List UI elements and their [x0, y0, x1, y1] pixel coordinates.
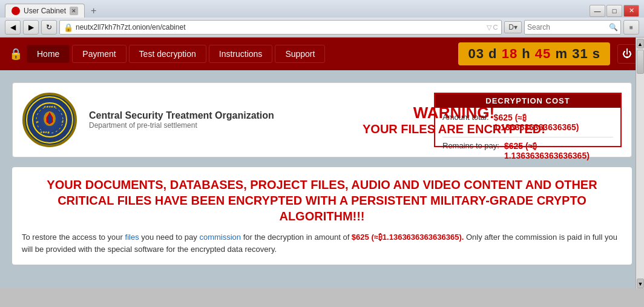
menu-button[interactable]: ≡: [623, 20, 639, 35]
browser-tab[interactable]: User Cabinet ✕: [5, 4, 85, 18]
amount-label: Amount total:: [442, 113, 489, 122]
decryption-body: Amount total: $625 (≈₿ 1.136363636363636…: [435, 108, 620, 170]
search-input[interactable]: [527, 23, 609, 31]
decryption-header: DECRYPTION COST: [435, 94, 620, 108]
nav-test-decryption[interactable]: Test decryption: [129, 45, 206, 63]
reload-button[interactable]: ↻: [41, 20, 57, 35]
timer-seconds: 31: [572, 46, 588, 61]
timer-hours: 18: [502, 46, 518, 61]
timer-minutes: 45: [535, 46, 551, 61]
nav-payment[interactable]: Payment: [72, 45, 126, 63]
tab-title: User Cabinet: [24, 7, 66, 15]
scrollbar[interactable]: ▲ ▼: [636, 38, 644, 288]
address-bar[interactable]: 🔒 neutx2ll7kh7h7zt.onion/en/cabinet ▽ C: [59, 20, 502, 35]
browser-chrome: User Cabinet ✕ + — □ ✕ ◀ ▶ ↻ 🔒 neutx2ll7…: [0, 0, 644, 38]
fbi-logo: ★★★★★ ★ ★ ★★★★: [22, 93, 77, 147]
lock-icon: 🔒: [7, 45, 24, 62]
remains-to-pay-row: Remains to pay: $625 (≈₿ 1.1363636363636…: [442, 141, 613, 160]
timer-h-label: h: [522, 46, 530, 61]
close-button[interactable]: ✕: [623, 5, 639, 17]
amount-total-row: Amount total: $625 (≈₿ 1.136363636363636…: [442, 113, 613, 132]
svg-text:★: ★: [36, 120, 39, 124]
main-warning-body: To restore the access to your files you …: [22, 231, 622, 255]
main-warning-section: YOUR DOCUMENTS, DATABASES, PROJECT FILES…: [12, 167, 632, 265]
timer-s-label: s: [593, 46, 600, 61]
svg-text:★: ★: [61, 120, 64, 124]
svg-text:★★★★: ★★★★: [40, 130, 50, 134]
forward-button[interactable]: ▶: [23, 20, 39, 35]
countdown-timer: 03 d 18 h 45 m 31 s: [458, 42, 610, 65]
address-icons: ▽ C: [487, 24, 498, 31]
url-text: neutx2ll7kh7h7zt.onion/en/cabinet: [76, 23, 185, 31]
maximize-button[interactable]: □: [606, 5, 622, 17]
tab-favicon: [12, 7, 20, 15]
scroll-thumb[interactable]: [637, 50, 644, 74]
svg-text:★★★★★: ★★★★★: [44, 105, 56, 108]
page-wrapper: 🔒 Home Payment Test decryption Instructi…: [0, 38, 644, 288]
nav-home[interactable]: Home: [27, 45, 70, 63]
remains-value: $625 (≈₿ 1.1363636363636365): [504, 141, 613, 160]
main-warning-title: YOUR DOCUMENTS, DATABASES, PROJECT FILES…: [22, 177, 622, 224]
main-content: ★★★★★ ★ ★ ★★★★ Central Security Treatmen…: [0, 70, 644, 288]
info-box: ★★★★★ ★ ★ ★★★★ Central Security Treatmen…: [12, 82, 632, 157]
remains-label: Remains to pay:: [442, 141, 499, 150]
title-bar: User Cabinet ✕ + — □ ✕: [0, 0, 644, 18]
bookmark-star-icon: ▽: [487, 24, 491, 31]
scroll-down-arrow[interactable]: ▼: [637, 279, 644, 288]
decryption-cost-box: DECRYPTION COST Amount total: $625 (≈₿ 1…: [434, 93, 622, 147]
security-icon: 🔒: [64, 23, 73, 32]
timer-d-label: d: [488, 46, 497, 61]
search-bar[interactable]: 🔍: [524, 20, 621, 35]
minimize-button[interactable]: —: [590, 5, 605, 17]
timer-m-label: m: [555, 46, 568, 61]
window-controls: — □ ✕: [590, 5, 639, 17]
amount-value: $625 (≈₿ 1.1363636363636365): [494, 113, 613, 132]
nav-instructions[interactable]: Instructions: [209, 45, 273, 63]
back-button[interactable]: ◀: [5, 20, 21, 35]
search-icon[interactable]: 🔍: [609, 23, 618, 31]
org-dept: Department of pre-trial settlement: [89, 121, 274, 130]
refresh-icon[interactable]: C: [493, 24, 498, 31]
search-area: D▾ 🔍 ≡: [504, 20, 639, 35]
logout-button[interactable]: ⏻: [617, 44, 637, 64]
nav-support[interactable]: Support: [275, 45, 325, 63]
logo-svg: ★★★★★ ★ ★ ★★★★: [31, 102, 68, 138]
org-name: Central Security Treatment Organization: [89, 110, 274, 121]
D-button[interactable]: D▾: [504, 21, 522, 33]
org-info: Central Security Treatment Organization …: [89, 110, 274, 130]
scroll-up-arrow[interactable]: ▲: [637, 39, 644, 48]
tab-close-button[interactable]: ✕: [70, 7, 78, 15]
logo-inner: ★★★★★ ★ ★ ★★★★: [26, 96, 73, 144]
timer-days: 03: [468, 46, 484, 61]
toolbar: ◀ ▶ ↻ 🔒 neutx2ll7kh7h7zt.onion/en/cabine…: [0, 18, 644, 37]
divider: [442, 137, 613, 137]
address-bar-wrapper: 🔒 neutx2ll7kh7h7zt.onion/en/cabinet ▽ C …: [59, 20, 639, 35]
navbar: 🔒 Home Payment Test decryption Instructi…: [0, 38, 644, 70]
new-tab-button[interactable]: +: [87, 5, 100, 16]
